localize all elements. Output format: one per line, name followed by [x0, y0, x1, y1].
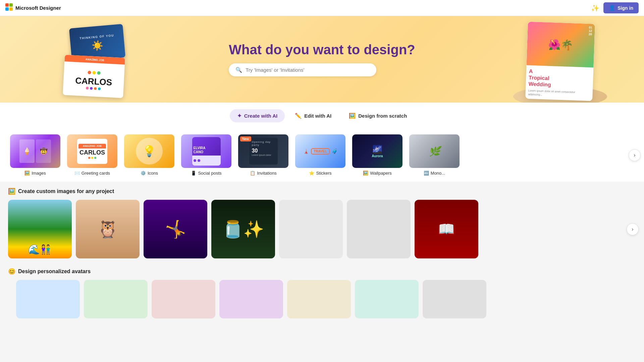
images-icon: 🖼️ — [24, 171, 30, 176]
hero-center: What do you want to design? 🔍 — [229, 42, 415, 76]
invitations-thumbnail: New Opening day party 30 Lorem ipsum dol… — [238, 134, 288, 168]
avatar-icon: 😊 — [8, 268, 15, 275]
search-bar[interactable]: 🔍 — [229, 63, 376, 76]
monograms-icon: 🔤 — [424, 171, 429, 176]
custom-images-next-arrow[interactable]: › — [627, 223, 639, 235]
wallpapers-thumbnail: 🌌 Aurora — [352, 134, 402, 168]
image-card-book[interactable]: 📖 — [415, 200, 478, 258]
tab-edit-ai[interactable]: ✏️ Edit with AI — [287, 109, 339, 122]
avatar-card-3[interactable] — [152, 280, 215, 318]
nav-brand: Microsoft Designer — [5, 3, 61, 12]
person-icon: 👤 — [609, 5, 615, 11]
design-type-wallpapers[interactable]: 🌌 Aurora 🖼️ Wallpapers — [349, 132, 406, 178]
design-type-greeting-cards[interactable]: AMAZING JOB CARLOS ✉️ Greeting cards — [64, 132, 121, 178]
svg-rect-0 — [5, 3, 9, 7]
design-type-stickers[interactable]: 🗼 TRAVEL 🧳 ⭐ Stickers — [292, 132, 349, 178]
greeting-cards-thumbnail: AMAZING JOB CARLOS — [67, 134, 117, 168]
hero-left-decoration: THINKING OF YOU ☀️ AMAZING JOB CARLOS — [60, 26, 127, 100]
tropical-title: ATropicalWedding — [528, 68, 591, 89]
stickers-thumbnail: 🗼 TRAVEL 🧳 — [295, 134, 345, 168]
sign-in-button[interactable]: 👤 Sign in — [603, 2, 639, 13]
design-type-social-posts[interactable]: ELVIRACANO 📱 Social posts — [178, 132, 235, 178]
avatars-grid — [8, 280, 636, 318]
svg-rect-3 — [9, 7, 13, 11]
magic-icon[interactable]: ✨ — [591, 4, 599, 12]
custom-images-grid: 🌊👫 🦉 🤸 🫙✨ 📖 › — [8, 200, 636, 258]
avatar-card-6[interactable] — [355, 280, 419, 318]
hero-banner: THINKING OF YOU ☀️ AMAZING JOB CARLOS — [0, 16, 644, 103]
design-types-carousel: 🍦 🤠 🖼️ Images AMAZING JOB CARLOS — [0, 128, 644, 182]
custom-images-icon: 🖼️ — [8, 188, 15, 195]
tab-create-ai[interactable]: ✦ Create with AI — [230, 109, 285, 122]
search-input[interactable] — [246, 67, 370, 73]
main-tabs: ✦ Create with AI ✏️ Edit with AI 🖼️ Desi… — [0, 103, 644, 128]
app-logo-icon — [5, 3, 13, 12]
edit-icon: ✏️ — [295, 113, 302, 119]
image-card-owl[interactable]: 🦉 — [76, 200, 140, 258]
tab-design-scratch[interactable]: 🖼️ Design from scratch — [341, 109, 414, 122]
custom-images-section: 🖼️ Create custom images for any project … — [0, 182, 644, 264]
search-icon: 🔍 — [235, 67, 242, 73]
hero-title: What do you want to design? — [229, 42, 415, 57]
icons-icon: ⚙️ — [141, 171, 146, 176]
design-type-monograms[interactable]: 🌿 🔤 Mono... — [406, 132, 463, 178]
image-card-loading-1[interactable] — [279, 200, 343, 258]
image-card-beach[interactable]: 🌊👫 — [8, 200, 72, 258]
image-card-loading-2[interactable] — [347, 200, 411, 258]
avatars-title: 😊 Design personalized avatars — [8, 268, 636, 275]
top-navigation: Microsoft Designer ✨ 👤 Sign in — [0, 0, 644, 16]
greeting-icon: ✉️ — [74, 171, 80, 176]
design-type-icons[interactable]: 💡 ⚙️ Icons — [121, 132, 178, 178]
custom-images-title: 🖼️ Create custom images for any project — [8, 188, 636, 195]
app-title: Microsoft Designer — [15, 5, 61, 11]
hero-right-decoration: 🌺🌴 011220 ATropicalWedding Lorem ipsum d… — [527, 23, 594, 100]
avatar-card-7[interactable] — [423, 280, 486, 318]
svg-rect-2 — [5, 7, 9, 11]
wallpapers-icon: 🖼️ — [363, 171, 368, 176]
new-badge: New — [240, 136, 251, 141]
sparkle-icon: ✦ — [237, 113, 241, 119]
avatar-card-4[interactable] — [219, 280, 283, 318]
avatar-card-1[interactable] — [16, 280, 80, 318]
nav-actions: ✨ 👤 Sign in — [591, 2, 639, 13]
invitations-icon: 📋 — [250, 171, 255, 176]
stickers-icon: ⭐ — [309, 171, 314, 176]
icons-thumbnail: 💡 — [124, 134, 174, 168]
social-posts-thumbnail: ELVIRACANO — [181, 134, 231, 168]
monograms-thumbnail: 🌿 — [409, 134, 460, 168]
tropical-wedding-card: 🌺🌴 011220 ATropicalWedding Lorem ipsum d… — [525, 22, 595, 101]
svg-rect-1 — [9, 3, 13, 7]
design-types-list: 🍦 🤠 🖼️ Images AMAZING JOB CARLOS — [0, 128, 644, 182]
design-type-invitations[interactable]: New Opening day party 30 Lorem ipsum dol… — [235, 132, 292, 178]
avatars-section: 😊 Design personalized avatars — [0, 264, 644, 324]
avatar-card-5[interactable] — [287, 280, 351, 318]
design-icon: 🖼️ — [349, 113, 356, 119]
card-carlos: AMAZING JOB CARLOS — [63, 55, 125, 98]
image-card-jar[interactable]: 🫙✨ — [211, 200, 275, 258]
social-posts-icon: 📱 — [191, 171, 196, 176]
images-thumbnail: 🍦 🤠 — [10, 134, 60, 168]
design-types-next-arrow[interactable]: › — [629, 149, 641, 161]
avatar-card-2[interactable] — [84, 280, 148, 318]
image-card-gymnast[interactable]: 🤸 — [144, 200, 207, 258]
design-type-images[interactable]: 🍦 🤠 🖼️ Images — [7, 132, 64, 178]
